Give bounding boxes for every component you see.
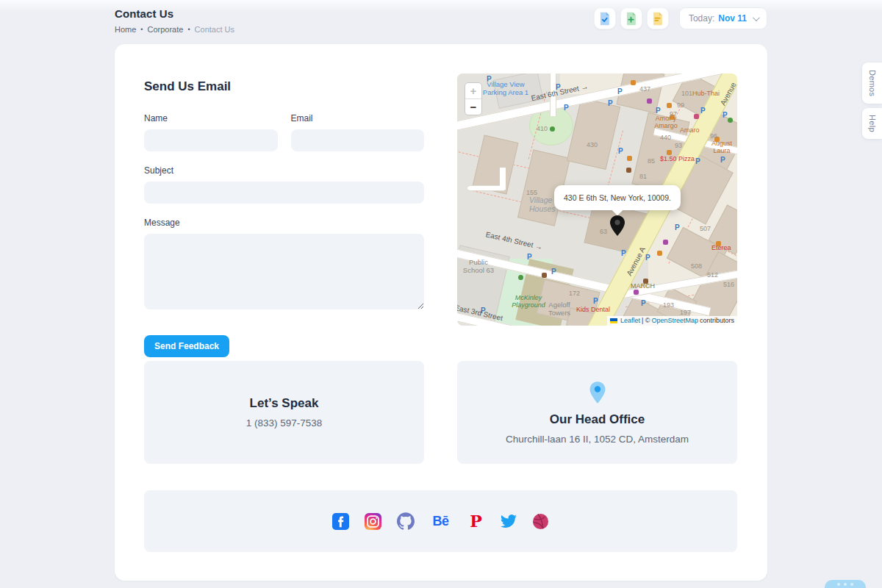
- map-popup: 430 E 6th St, New York, 10009.: [554, 185, 681, 210]
- poi-cafe-icon: [657, 251, 662, 256]
- map-canvas[interactable]: P P P P P P P P P P P P P P P P P P P: [457, 74, 737, 326]
- email-field[interactable]: [291, 129, 425, 151]
- floating-action-button[interactable]: [825, 580, 866, 588]
- map-label: Village View Parking Area 1: [482, 81, 529, 97]
- message-field[interactable]: [144, 234, 424, 309]
- poi-fitness-icon: [728, 118, 733, 123]
- ukraine-flag-icon: [610, 318, 617, 323]
- dot-icon: [844, 583, 847, 586]
- map-section: P P P P P P P P P P P P P P P P P P P: [457, 74, 737, 326]
- map-label-number: 81: [639, 173, 647, 180]
- map-label-number: 440: [660, 134, 671, 141]
- file-plus-button[interactable]: [620, 7, 642, 29]
- twitter-icon: [500, 513, 517, 529]
- map-label-number: 507: [700, 225, 711, 232]
- head-office-card: Our Head Office Churchill-laan 16 II, 10…: [457, 361, 737, 464]
- dribbble-icon: [532, 513, 549, 530]
- dribbble-link[interactable]: [532, 512, 550, 530]
- parking-icon: P: [608, 100, 613, 107]
- current-date: Nov 11: [718, 13, 747, 24]
- poi-cafe-icon: [627, 156, 632, 161]
- poi-trees-icon: [518, 275, 523, 280]
- map-label-poi: Kids Dental: [576, 306, 610, 313]
- poi-trees-icon: [550, 126, 555, 132]
- poi-shop-icon: [647, 98, 652, 104]
- parking-icon: P: [695, 158, 700, 165]
- parking-icon: P: [645, 254, 650, 262]
- header-actions: Today: Nov 11: [594, 7, 767, 34]
- page-header: Contact Us Home • Corporate • Contact Us: [115, 7, 767, 34]
- zoom-in-button[interactable]: +: [465, 83, 481, 99]
- email-form-section: Send Us Email Name Email Subject Message…: [144, 74, 424, 357]
- leaflet-link[interactable]: Leaflet: [620, 317, 640, 324]
- file-check-button[interactable]: [594, 7, 616, 29]
- map-label-poi: $1.50 Pizza: [660, 155, 695, 162]
- poi-restaurant-icon: [631, 80, 636, 85]
- lets-speak-card: Let’s Speak 1 (833) 597-7538: [144, 361, 424, 464]
- twitter-link[interactable]: [500, 512, 517, 530]
- name-field[interactable]: [144, 129, 278, 151]
- parking-icon: P: [564, 104, 569, 112]
- parking-icon: P: [641, 300, 646, 307]
- subject-label: Subject: [144, 165, 424, 176]
- parking-icon: P: [675, 224, 680, 232]
- office-title: Our Head Office: [550, 412, 645, 427]
- map-label-number: 85: [648, 157, 655, 165]
- map-label-number: 101: [681, 90, 692, 97]
- breadcrumb-corporate[interactable]: Corporate: [148, 25, 184, 34]
- instagram-link[interactable]: [365, 512, 382, 530]
- parking-icon: P: [617, 88, 623, 96]
- github-link[interactable]: [397, 512, 415, 530]
- file-notes-button[interactable]: [647, 7, 669, 29]
- email-label: Email: [291, 113, 425, 123]
- date-selector[interactable]: Today: Nov 11: [679, 7, 767, 29]
- map-label-number: 516: [723, 281, 734, 288]
- poi-coffee-icon: [626, 168, 631, 173]
- name-label: Name: [144, 113, 278, 123]
- parking-icon: P: [700, 107, 706, 115]
- zoom-out-button[interactable]: −: [465, 99, 481, 115]
- breadcrumb-home[interactable]: Home: [115, 25, 136, 34]
- social-links-card: Bē P: [144, 490, 737, 552]
- send-feedback-button[interactable]: Send Feedback: [144, 335, 229, 357]
- map-label-number: 172: [569, 290, 580, 297]
- file-notes-icon: [651, 12, 664, 26]
- map-label-poi: Eterea: [711, 244, 731, 251]
- behance-link[interactable]: Bē: [429, 512, 453, 530]
- facebook-icon: [332, 513, 349, 530]
- demos-tab[interactable]: Demos: [862, 62, 882, 104]
- map-label-number: 63: [600, 228, 607, 235]
- location-pin-icon: [587, 381, 609, 404]
- parking-icon: P: [551, 268, 556, 276]
- pinterest-link[interactable]: P: [467, 512, 485, 530]
- map-label-number: 430: [587, 141, 598, 148]
- poi-photo-icon: [694, 114, 699, 119]
- breadcrumb-current: Contact Us: [195, 25, 234, 34]
- file-check-icon: [598, 12, 611, 26]
- page-title: Contact Us: [115, 7, 234, 20]
- file-plus-icon: [625, 12, 637, 26]
- map-label-number: 197: [680, 309, 691, 316]
- dot-icon: [850, 583, 853, 586]
- map-marker-icon[interactable]: [609, 215, 626, 237]
- map-label-number: 193: [663, 301, 674, 309]
- pinterest-icon: P: [470, 512, 482, 531]
- parking-icon: P: [593, 298, 598, 305]
- parking-icon: P: [621, 250, 626, 257]
- instagram-icon: [365, 513, 381, 530]
- help-tab[interactable]: Help: [862, 108, 882, 139]
- facebook-link[interactable]: [332, 512, 350, 530]
- demos-tab-label: Demos: [868, 70, 877, 96]
- subject-field[interactable]: [144, 182, 424, 204]
- header-left: Contact Us Home • Corporate • Contact Us: [115, 7, 234, 34]
- osm-link[interactable]: OpenStreetMap: [651, 317, 698, 324]
- parking-icon: P: [656, 107, 661, 115]
- attribution-suffix: contributors: [700, 317, 734, 324]
- map-label-number: 410: [537, 125, 548, 132]
- behance-icon: Bē: [432, 514, 448, 529]
- map-label-area: Ageloff Towers: [539, 301, 579, 318]
- breadcrumb: Home • Corporate • Contact Us: [115, 25, 234, 34]
- chevron-down-icon: [753, 14, 760, 21]
- map-label-number: 508: [691, 262, 702, 270]
- parking-icon: P: [723, 112, 728, 119]
